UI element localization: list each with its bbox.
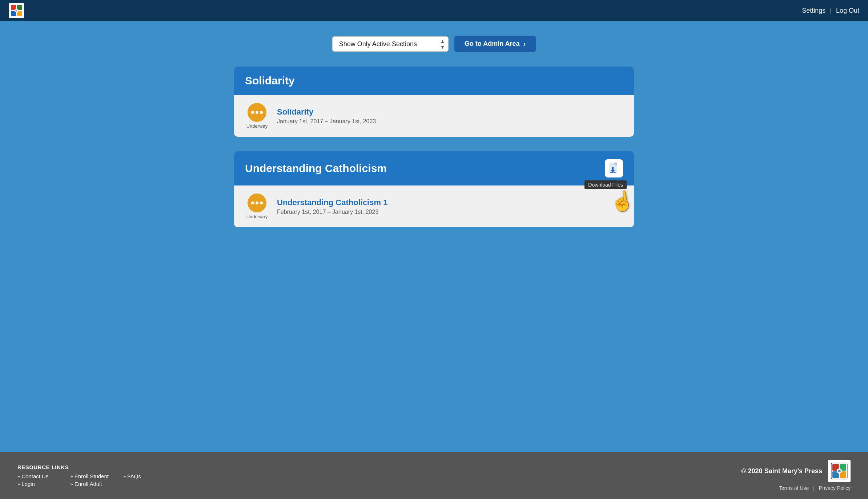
- footer-links-divider: |: [813, 485, 815, 491]
- nav-right: Settings | Log Out: [802, 7, 859, 15]
- course-block-catholicism: Understanding Catholicism Download Files: [234, 151, 634, 227]
- sections-container: Solidarity Underway Solidarity Januar: [234, 67, 634, 227]
- section-dates-catholicism: February 1st, 2017 – January 1st, 2023: [277, 209, 387, 215]
- course-header-solidarity: Solidarity: [234, 67, 634, 95]
- download-files-button[interactable]: [605, 159, 623, 177]
- footer: RESOURCE LINKS Contact Us Enroll Student…: [0, 452, 868, 499]
- section-list-catholicism: Underway Understanding Catholicism 1 Feb…: [234, 185, 634, 227]
- svg-rect-10: [610, 172, 616, 173]
- course-title-solidarity: Solidarity: [245, 75, 295, 87]
- privacy-link[interactable]: Privacy Policy: [819, 485, 851, 491]
- status-label: Underway: [246, 214, 268, 219]
- admin-area-arrow-icon: ›: [523, 40, 526, 48]
- status-dots-icon: [248, 193, 266, 212]
- admin-area-button[interactable]: Go to Admin Area ›: [454, 36, 536, 52]
- section-item[interactable]: Underway Understanding Catholicism 1 Feb…: [234, 185, 634, 227]
- section-name-solidarity[interactable]: Solidarity: [277, 107, 376, 117]
- copyright-text: © 2020 Saint Mary's Press: [741, 467, 822, 475]
- filter-select[interactable]: Show Only Active Sections: [332, 36, 449, 52]
- footer-links-grid: Contact Us Enroll Student FAQs Login Enr…: [17, 473, 161, 487]
- section-item[interactable]: Underway Solidarity January 1st, 2017 – …: [234, 95, 634, 137]
- status-dots-icon: [248, 103, 266, 122]
- footer-link-enroll-adult[interactable]: Enroll Adult: [70, 481, 108, 487]
- footer-link-faqs[interactable]: FAQs: [123, 473, 161, 479]
- main-content: Show Only Active Sections ▲ ▼ Go to Admi…: [0, 21, 868, 452]
- course-block-solidarity: Solidarity Underway Solidarity Januar: [234, 67, 634, 137]
- section-dates-solidarity: January 1st, 2017 – January 1st, 2023: [277, 118, 376, 125]
- settings-link[interactable]: Settings: [802, 7, 825, 15]
- course-title-catholicism: Understanding Catholicism: [245, 162, 387, 175]
- footer-link-contact[interactable]: Contact Us: [17, 473, 56, 479]
- footer-logo: [828, 460, 851, 482]
- download-icon: [609, 163, 619, 174]
- admin-area-label: Go to Admin Area: [465, 40, 520, 48]
- terms-link[interactable]: Terms of Use: [779, 485, 809, 491]
- download-tooltip: Download Files: [584, 180, 627, 189]
- footer-bottom-links: Terms of Use | Privacy Policy: [779, 485, 851, 491]
- course-header-catholicism: Understanding Catholicism Download Files: [234, 151, 634, 185]
- footer-left: RESOURCE LINKS Contact Us Enroll Student…: [17, 464, 161, 487]
- section-icon-solidarity: Underway: [244, 103, 270, 129]
- top-nav: Settings | Log Out: [0, 0, 868, 21]
- section-info-solidarity: Solidarity January 1st, 2017 – January 1…: [277, 107, 376, 125]
- download-wrapper: Download Files ☝: [605, 159, 623, 177]
- section-name-catholicism[interactable]: Understanding Catholicism 1: [277, 198, 387, 207]
- footer-right: © 2020 Saint Mary's Press Terms of Use |…: [741, 460, 851, 491]
- toolbar: Show Only Active Sections ▲ ▼ Go to Admi…: [270, 36, 598, 52]
- section-icon-catholicism: Underway: [244, 193, 270, 219]
- section-info-catholicism: Understanding Catholicism 1 February 1st…: [277, 198, 387, 215]
- nav-divider: |: [830, 7, 832, 15]
- section-list-solidarity: Underway Solidarity January 1st, 2017 – …: [234, 95, 634, 137]
- footer-link-login[interactable]: Login: [17, 481, 56, 487]
- footer-link-enroll-student[interactable]: Enroll Student: [70, 473, 108, 479]
- filter-select-wrapper: Show Only Active Sections ▲ ▼: [332, 36, 449, 52]
- footer-copyright-row: © 2020 Saint Mary's Press: [741, 460, 851, 482]
- resource-links-title: RESOURCE LINKS: [17, 464, 161, 470]
- status-label: Underway: [246, 123, 268, 129]
- logout-link[interactable]: Log Out: [836, 7, 859, 15]
- logo: [9, 3, 24, 18]
